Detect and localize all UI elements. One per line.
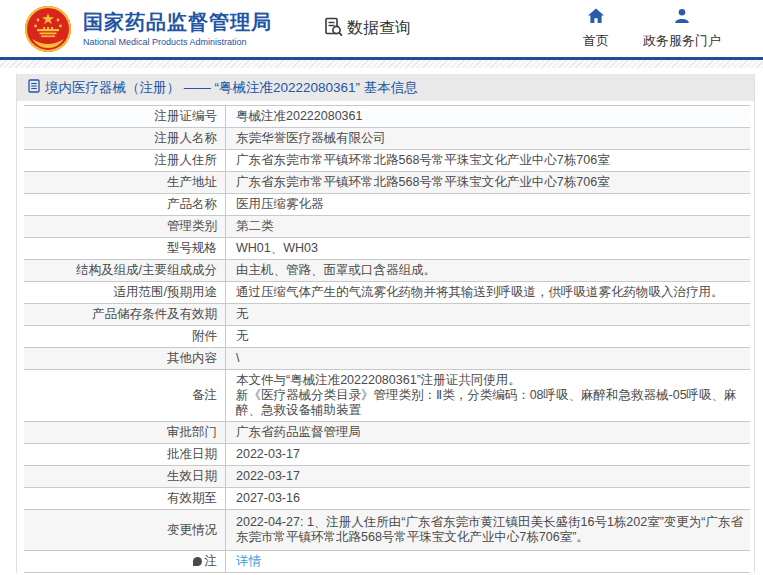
brand-title-cn: 国家药品监督管理局: [83, 10, 272, 34]
site-header: 国家药品监督管理局 National Medical Products Admi…: [0, 0, 763, 60]
note-icon: [193, 557, 202, 566]
field-label: 结构及组成/主要组成成分: [24, 260, 226, 281]
field-value: 医用压缩雾化器: [226, 194, 750, 215]
field-value: 2022-03-17: [226, 466, 750, 487]
field-label: 产品储存条件及有效期: [24, 304, 226, 325]
table-row-product-name: 产品名称 医用压缩雾化器: [24, 193, 750, 215]
field-value: 本文件与“粤械注准20222080361”注册证共同使用。 新《医疗器械分类目录…: [226, 370, 750, 421]
main-content: 境内医疗器械（注册） —— “粤械注准20222080361” 基本信息 注册证…: [16, 74, 755, 573]
note-label: 注: [205, 554, 218, 569]
table-row-registrant-name: 注册人名称 东莞华誉医疗器械有限公司: [24, 127, 750, 149]
home-icon: [587, 8, 605, 32]
field-label: 注: [24, 551, 226, 572]
page-title: 境内医疗器械（注册） —— “粤械注准20222080361” 基本信息: [45, 79, 418, 97]
table-row-storage-validity: 产品储存条件及有效期 无: [24, 303, 750, 325]
page-title-bar: 境内医疗器械（注册） —— “粤械注准20222080361” 基本信息: [17, 74, 754, 101]
field-value: 广东省东莞市常平镇环常北路568号常平珠宝文化产业中心7栋706室: [226, 150, 750, 171]
table-row-remarks: 备注 本文件与“粤械注准20222080361”注册证共同使用。 新《医疗器械分…: [24, 369, 750, 421]
table-row-note: 注 详情: [24, 550, 750, 572]
table-row-change-history: 变更情况 2022-04-27: 1、注册人住所由“广东省东莞市黄江镇田美长盛街…: [24, 509, 750, 550]
table-row-approval-date: 批准日期 2022-03-17: [24, 443, 750, 465]
nav-portal[interactable]: 政务服务门户: [643, 8, 721, 50]
field-value: \: [226, 348, 750, 369]
field-value: 2022-04-27: 1、注册人住所由“广东省东莞市黄江镇田美长盛街16号1栋…: [226, 510, 750, 550]
field-value: 2027-03-16: [226, 488, 750, 509]
table-row-model-spec: 型号规格 WH01、WH03: [24, 237, 750, 259]
field-label: 产品名称: [24, 194, 226, 215]
field-value: 粤械注准20222080361: [226, 106, 750, 127]
nav-home[interactable]: 首页: [583, 8, 609, 50]
field-value: 详情: [226, 551, 750, 572]
table-row-expiry-date: 有效期至 2027-03-16: [24, 487, 750, 509]
data-query-label: 数据查询: [347, 18, 411, 39]
data-query-tab[interactable]: 数据查询: [324, 17, 411, 41]
field-label: 注册证编号: [24, 106, 226, 127]
user-icon: [674, 8, 690, 32]
field-label: 注册人名称: [24, 128, 226, 149]
table-row-intended-use: 适用范围/预期用途 通过压缩气体产生的气流雾化药物并将其输送到呼吸道，供呼吸道雾…: [24, 281, 750, 303]
table-row-production-address: 生产地址 广东省东莞市常平镇环常北路568号常平珠宝文化产业中心7栋706室: [24, 171, 750, 193]
field-value: 第二类: [226, 216, 750, 237]
field-value: 无: [226, 326, 750, 347]
field-label: 附件: [24, 326, 226, 347]
nmpa-emblem-logo: [24, 5, 72, 53]
field-label: 型号规格: [24, 238, 226, 259]
field-value: WH01、WH03: [226, 238, 750, 259]
field-label: 注册人住所: [24, 150, 226, 171]
field-value: 通过压缩气体产生的气流雾化药物并将其输送到呼吸道，供呼吸道雾化药物吸入治疗用。: [226, 282, 750, 303]
field-label: 适用范围/预期用途: [24, 282, 226, 303]
field-value: 广东省药品监督管理局: [226, 422, 750, 443]
table-row-effective-date: 生效日期 2022-03-17: [24, 465, 750, 487]
table-row-approval-department: 审批部门 广东省药品监督管理局: [24, 421, 750, 443]
field-label: 审批部门: [24, 422, 226, 443]
field-value: 东莞华誉医疗器械有限公司: [226, 128, 750, 149]
field-label: 其他内容: [24, 348, 226, 369]
field-label: 生产地址: [24, 172, 226, 193]
field-value: 无: [226, 304, 750, 325]
table-row-management-class: 管理类别 第二类: [24, 215, 750, 237]
details-link[interactable]: 详情: [236, 554, 261, 569]
nav-portal-label: 政务服务门户: [643, 32, 721, 50]
table-row-composition: 结构及组成/主要组成成分 由主机、管路、面罩或口含器组成。: [24, 259, 750, 281]
field-value: 2022-03-17: [226, 444, 750, 465]
field-value: 广东省东莞市常平镇环常北路568号常平珠宝文化产业中心7栋706室: [226, 172, 750, 193]
document-icon: [28, 79, 45, 97]
field-label: 变更情况: [24, 510, 226, 550]
top-nav: 首页 政务服务门户: [583, 8, 721, 50]
field-label: 生效日期: [24, 466, 226, 487]
table-row-attachments: 附件 无: [24, 325, 750, 347]
table-row-cert-number: 注册证编号 粤械注准20222080361: [24, 105, 750, 127]
field-label: 批准日期: [24, 444, 226, 465]
data-query-icon: [324, 17, 347, 41]
header-hatch-band: [0, 60, 763, 68]
brand-text: 国家药品监督管理局 National Medical Products Admi…: [83, 10, 272, 47]
field-label: 管理类别: [24, 216, 226, 237]
field-label: 备注: [24, 370, 226, 421]
table-row-registrant-address: 注册人住所 广东省东莞市常平镇环常北路568号常平珠宝文化产业中心7栋706室: [24, 149, 750, 171]
nav-home-label: 首页: [583, 32, 609, 50]
brand-title-en: National Medical Products Administration: [83, 37, 272, 47]
field-label: 有效期至: [24, 488, 226, 509]
field-value: 由主机、管路、面罩或口含器组成。: [226, 260, 750, 281]
registration-info-table: 注册证编号 粤械注准20222080361 注册人名称 东莞华誉医疗器械有限公司…: [24, 105, 750, 573]
table-row-other-content: 其他内容 \: [24, 347, 750, 369]
